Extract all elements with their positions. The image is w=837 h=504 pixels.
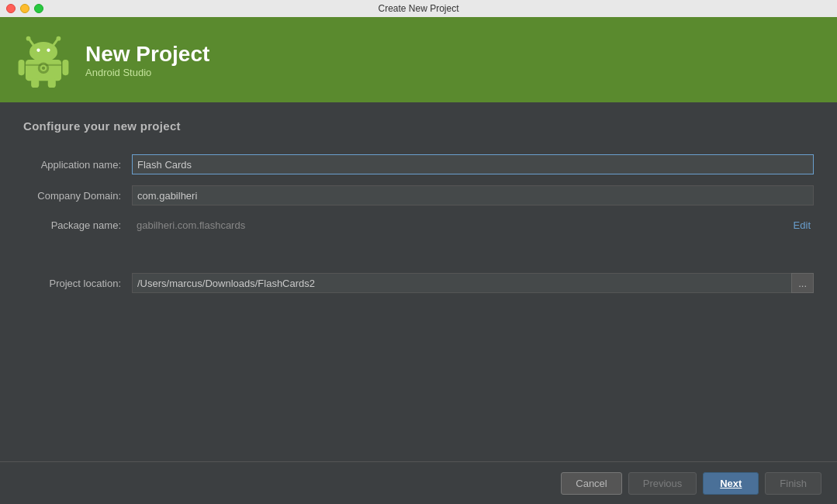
svg-point-2 <box>26 36 31 41</box>
header-banner: New Project Android Studio <box>0 17 837 102</box>
company-domain-row: Company Domain: <box>23 185 814 205</box>
package-name-value-area: gabilheri.com.flashcards Edit <box>132 216 814 234</box>
content-area: Configure your new project Application n… <box>0 102 837 293</box>
svg-point-3 <box>57 36 61 41</box>
application-name-input[interactable] <box>132 154 814 174</box>
package-name-label: Package name: <box>23 219 132 231</box>
header-text: New Project Android Studio <box>85 41 209 79</box>
edit-package-name-link[interactable]: Edit <box>794 219 814 231</box>
svg-rect-10 <box>31 78 39 88</box>
maximize-button[interactable] <box>34 4 43 13</box>
close-button[interactable] <box>6 4 16 13</box>
application-name-row: Application name: <box>23 154 814 174</box>
project-location-input-wrapper: ... <box>132 273 814 293</box>
window-title: Create New Project <box>378 3 458 14</box>
button-bar: Cancel Previous Next Finish <box>0 461 837 504</box>
svg-point-5 <box>36 49 40 52</box>
finish-button[interactable]: Finish <box>765 472 821 495</box>
svg-rect-8 <box>19 60 25 75</box>
cancel-button[interactable]: Cancel <box>561 472 621 495</box>
package-name-row: Package name: gabilheri.com.flashcards E… <box>23 216 814 234</box>
previous-button[interactable]: Previous <box>628 472 697 495</box>
project-location-row: Project location: ... <box>23 273 814 293</box>
svg-point-4 <box>29 42 57 62</box>
android-logo-icon <box>16 32 71 88</box>
page-heading: Configure your new project <box>23 119 814 133</box>
title-bar: Create New Project <box>0 0 837 17</box>
project-location-label: Project location: <box>23 278 132 289</box>
next-button[interactable]: Next <box>703 472 759 495</box>
minimize-button[interactable] <box>20 4 29 13</box>
header-subtitle: Android Studio <box>85 67 209 78</box>
header-title: New Project <box>85 41 209 67</box>
svg-point-6 <box>47 49 50 52</box>
company-domain-input[interactable] <box>132 185 814 205</box>
application-name-label: Application name: <box>23 159 132 171</box>
package-name-value: gabilheri.com.flashcards <box>132 216 794 234</box>
traffic-lights <box>6 4 43 13</box>
project-location-input[interactable] <box>132 273 791 293</box>
svg-rect-9 <box>62 60 68 75</box>
svg-rect-11 <box>48 78 56 88</box>
company-domain-label: Company Domain: <box>23 190 132 202</box>
svg-point-15 <box>42 67 45 70</box>
browse-button[interactable]: ... <box>791 273 814 293</box>
